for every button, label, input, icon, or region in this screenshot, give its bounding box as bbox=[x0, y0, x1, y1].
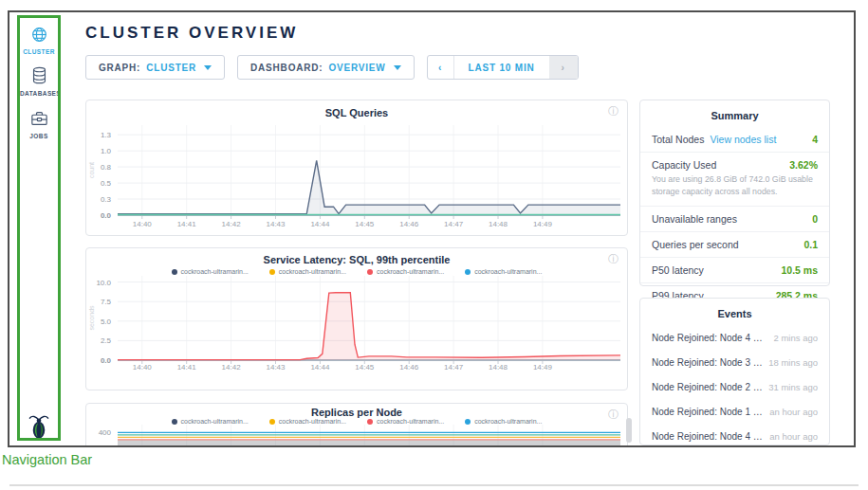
svg-text:14:43: 14:43 bbox=[266, 363, 286, 372]
svg-text:14:46: 14:46 bbox=[399, 363, 419, 372]
sidebar-item-jobs[interactable]: JOBS bbox=[20, 111, 58, 139]
page-title: CLUSTER OVERVIEW bbox=[85, 24, 298, 43]
chart-canvas[interactable]: 14:4014:4114:4214:4314:4414:4514:4614:47… bbox=[86, 404, 627, 447]
svg-text:14:44: 14:44 bbox=[310, 220, 330, 228]
svg-text:1.0: 1.0 bbox=[101, 147, 112, 155]
svg-text:14:45: 14:45 bbox=[355, 220, 375, 228]
event-row[interactable]: Node Rejoined: Node 2 rej... 31 mins ago bbox=[640, 374, 829, 399]
scrollbar-thumb[interactable] bbox=[626, 418, 632, 443]
svg-text:seconds: seconds bbox=[88, 305, 95, 331]
chevron-down-icon bbox=[394, 65, 401, 70]
chevron-down-icon bbox=[204, 65, 212, 70]
screenshot-root: { "annotation": {"label": "Navigation Ba… bbox=[0, 0, 868, 490]
controls-bar: GRAPH: CLUSTER DASHBOARD: OVERVIEW ‹ LAS… bbox=[85, 55, 579, 80]
svg-text:14:40: 14:40 bbox=[133, 220, 153, 228]
summary-label: Total Nodes bbox=[652, 134, 704, 145]
globe-icon bbox=[31, 27, 47, 46]
svg-text:5.0: 5.0 bbox=[101, 318, 112, 326]
event-text: Node Rejoined: Node 3 rej... bbox=[652, 357, 764, 368]
svg-text:0.0: 0.0 bbox=[101, 356, 112, 365]
svg-text:2.5: 2.5 bbox=[101, 336, 112, 345]
chart-card-replicas-per-node: Replicas per Node ⓘ cockroach-ultramarin… bbox=[85, 403, 628, 447]
svg-text:14:48: 14:48 bbox=[489, 220, 508, 228]
event-row[interactable]: Node Rejoined: Node 4 rej... 2 mins ago bbox=[640, 325, 829, 350]
svg-text:14:45: 14:45 bbox=[355, 363, 375, 372]
svg-text:7.5: 7.5 bbox=[101, 298, 112, 306]
svg-text:14:41: 14:41 bbox=[177, 363, 197, 372]
event-time: 2 mins ago bbox=[774, 333, 818, 343]
annotation-caption: Navigation Bar bbox=[2, 452, 92, 467]
chart-canvas[interactable]: 14:4014:4114:4214:4314:4414:4514:4614:47… bbox=[86, 248, 627, 390]
chart-canvas[interactable]: 14:4014:4114:4214:4314:4414:4514:4614:47… bbox=[86, 100, 627, 235]
graph-dropdown-value: CLUSTER bbox=[146, 63, 196, 73]
event-time: 18 mins ago bbox=[768, 357, 818, 368]
event-row[interactable]: Node Rejoined: Node 1 rej... an hour ago bbox=[640, 399, 829, 424]
svg-text:14:43: 14:43 bbox=[266, 220, 286, 228]
summary-row-p50: P50 latency 10.5 ms bbox=[640, 258, 829, 283]
cockroach-labs-logo[interactable] bbox=[25, 413, 53, 440]
capacity-note: You are using 26.8 GiB of 742.0 GiB usab… bbox=[640, 172, 829, 206]
svg-text:14:40: 14:40 bbox=[133, 363, 153, 372]
bottom-divider bbox=[9, 484, 859, 486]
summary-row-qps: Queries per second 0.1 bbox=[640, 232, 829, 258]
svg-text:400: 400 bbox=[99, 428, 112, 437]
event-text: Node Rejoined: Node 2 rej... bbox=[652, 382, 764, 392]
dashboard-dropdown[interactable]: DASHBOARD: OVERVIEW bbox=[237, 55, 414, 80]
summary-value: 0 bbox=[812, 213, 818, 225]
sidebar-item-label: JOBS bbox=[20, 133, 58, 139]
summary-label: Capacity Used bbox=[652, 159, 716, 171]
briefcase-icon bbox=[30, 111, 48, 131]
chart-card-sql-queries: SQL Queries ⓘ 14:4014:4114:4214:4314:441… bbox=[85, 100, 628, 236]
sidebar-item-label: CLUSTER bbox=[20, 48, 58, 55]
event-row[interactable]: Node Rejoined: Node 4 rej... an hour ago bbox=[640, 424, 829, 447]
graph-dropdown[interactable]: GRAPH: CLUSTER bbox=[85, 55, 225, 80]
time-range-label[interactable]: LAST 10 MIN bbox=[454, 56, 549, 79]
admin-ui-window: CLUSTER DATABASES JOBS CLUSTER OVERVIEW bbox=[8, 10, 856, 447]
summary-row-unavailable-ranges: Unavailable ranges 0 bbox=[640, 207, 829, 232]
svg-text:14:47: 14:47 bbox=[444, 363, 464, 372]
events-title: Events bbox=[640, 299, 829, 325]
summary-row-total-nodes: Total NodesView nodes list 4 bbox=[640, 127, 829, 153]
summary-value: 4 bbox=[812, 134, 818, 145]
svg-text:14:49: 14:49 bbox=[533, 363, 553, 372]
events-panel: Events Node Rejoined: Node 4 rej... 2 mi… bbox=[639, 298, 830, 445]
time-prev-button[interactable]: ‹ bbox=[428, 56, 454, 79]
summary-value: 10.5 ms bbox=[781, 264, 818, 276]
database-icon bbox=[31, 66, 47, 88]
svg-text:14:49: 14:49 bbox=[533, 220, 553, 228]
summary-label: Queries per second bbox=[652, 239, 739, 250]
svg-text:14:42: 14:42 bbox=[222, 220, 242, 228]
event-time: an hour ago bbox=[769, 431, 818, 442]
event-row[interactable]: Node Rejoined: Node 3 rej... 18 mins ago bbox=[640, 350, 829, 374]
chart-card-service-latency: Service Latency: SQL, 99th percentile ⓘ … bbox=[85, 247, 628, 390]
svg-text:0.0: 0.0 bbox=[101, 211, 112, 220]
summary-label: Unavailable ranges bbox=[652, 213, 737, 225]
summary-value: 3.62% bbox=[789, 159, 818, 171]
svg-text:10.0: 10.0 bbox=[96, 279, 111, 287]
summary-row-capacity: Capacity Used 3.62% You are using 26.8 G… bbox=[640, 153, 829, 207]
svg-text:14:41: 14:41 bbox=[177, 220, 197, 228]
svg-text:14:44: 14:44 bbox=[310, 363, 330, 372]
view-nodes-list-link[interactable]: View nodes list bbox=[710, 134, 776, 145]
svg-text:count: count bbox=[88, 162, 95, 178]
event-text: Node Rejoined: Node 4 rej... bbox=[652, 431, 764, 442]
dashboard-dropdown-value: OVERVIEW bbox=[328, 63, 385, 73]
time-range-selector: ‹ LAST 10 MIN › bbox=[427, 55, 579, 80]
time-next-button: › bbox=[549, 56, 578, 79]
svg-text:14:48: 14:48 bbox=[489, 363, 508, 372]
svg-text:14:47: 14:47 bbox=[444, 220, 464, 228]
event-text: Node Rejoined: Node 1 rej... bbox=[652, 407, 764, 417]
svg-text:0.5: 0.5 bbox=[101, 179, 112, 188]
dashboard-dropdown-label: DASHBOARD: bbox=[250, 63, 323, 73]
sidebar-item-label: DATABASES bbox=[20, 90, 58, 97]
sidebar-item-cluster[interactable]: CLUSTER bbox=[20, 27, 58, 55]
svg-text:1.3: 1.3 bbox=[101, 131, 112, 139]
svg-text:14:46: 14:46 bbox=[399, 220, 419, 228]
sidebar-item-databases[interactable]: DATABASES bbox=[20, 66, 58, 97]
svg-text:14:42: 14:42 bbox=[222, 363, 242, 372]
svg-text:0.8: 0.8 bbox=[101, 163, 112, 172]
event-time: an hour ago bbox=[769, 407, 818, 417]
event-text: Node Rejoined: Node 4 rej... bbox=[652, 333, 764, 343]
summary-value: 0.1 bbox=[803, 239, 818, 250]
summary-panel: Summary Total NodesView nodes list 4 Cap… bbox=[639, 100, 830, 286]
